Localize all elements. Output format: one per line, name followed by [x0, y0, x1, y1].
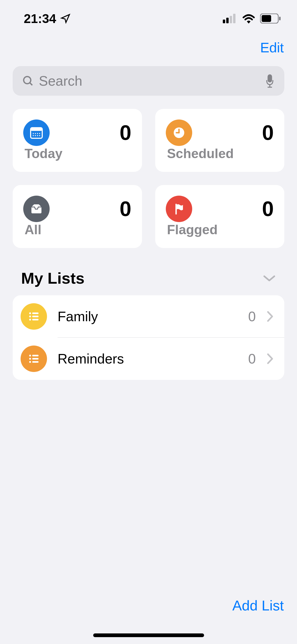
clock-icon [166, 119, 192, 146]
svg-point-35 [29, 361, 31, 363]
svg-point-33 [29, 358, 31, 360]
today-label: Today [23, 146, 131, 161]
lists-container: Family 0 Reminders 0 [13, 295, 284, 380]
chevron-right-icon [266, 353, 274, 365]
list-name: Family [58, 309, 238, 324]
chevron-down-icon [263, 274, 276, 283]
status-time: 21:34 [24, 11, 56, 26]
flagged-count: 0 [262, 197, 274, 221]
add-list-button[interactable]: Add List [232, 597, 284, 614]
svg-rect-9 [268, 75, 271, 82]
search-bar[interactable] [13, 66, 284, 96]
list-name: Reminders [58, 351, 238, 367]
wifi-icon [242, 13, 255, 24]
svg-rect-36 [32, 361, 39, 363]
cellular-icon [223, 14, 237, 23]
svg-point-27 [29, 316, 31, 318]
status-indicators [223, 13, 281, 24]
smart-lists-grid: 0 Today 0 Scheduled 0 [0, 109, 297, 248]
svg-rect-32 [32, 355, 39, 356]
edit-button[interactable]: Edit [260, 40, 284, 56]
svg-point-18 [33, 135, 34, 136]
list-count: 0 [248, 351, 256, 367]
all-label: All [23, 222, 131, 237]
list-item-family[interactable]: Family 0 [13, 295, 284, 338]
svg-rect-26 [32, 312, 39, 314]
today-count: 0 [120, 121, 131, 145]
status-bar: 21:34 [0, 0, 297, 32]
svg-point-16 [37, 133, 38, 134]
flagged-card[interactable]: 0 Flagged [155, 185, 285, 248]
svg-rect-34 [32, 358, 39, 360]
search-icon [22, 75, 34, 87]
svg-rect-13 [31, 128, 42, 131]
scheduled-card[interactable]: 0 Scheduled [155, 109, 285, 172]
svg-line-8 [30, 83, 32, 85]
mic-icon[interactable] [265, 74, 275, 88]
today-card[interactable]: 0 Today [13, 109, 142, 172]
svg-rect-5 [262, 15, 271, 22]
svg-rect-2 [230, 16, 232, 23]
svg-point-31 [29, 355, 31, 357]
inbox-icon [23, 196, 50, 222]
svg-rect-0 [223, 20, 225, 23]
svg-point-15 [35, 133, 36, 134]
svg-rect-30 [32, 319, 39, 320]
svg-rect-6 [279, 17, 281, 20]
calendar-icon [23, 119, 50, 146]
svg-point-14 [33, 133, 34, 134]
top-nav: Edit [0, 32, 297, 66]
svg-point-25 [29, 312, 31, 314]
svg-point-29 [29, 319, 31, 321]
bottom-bar: Add List [232, 597, 284, 614]
svg-rect-3 [233, 14, 235, 23]
svg-point-17 [39, 133, 40, 134]
svg-rect-1 [226, 18, 229, 23]
my-lists-title: My Lists [21, 269, 84, 287]
my-lists-header[interactable]: My Lists [0, 269, 297, 295]
status-time-container: 21:34 [24, 11, 71, 26]
search-input[interactable] [39, 73, 260, 89]
list-item-reminders[interactable]: Reminders 0 [13, 338, 284, 380]
scheduled-count: 0 [262, 121, 274, 145]
flag-icon [166, 196, 192, 222]
list-bullets-icon [21, 303, 47, 330]
svg-point-19 [35, 135, 36, 136]
list-count: 0 [248, 309, 256, 324]
flagged-label: Flagged [166, 222, 274, 237]
all-count: 0 [120, 197, 131, 221]
battery-icon [260, 13, 281, 24]
location-icon [60, 13, 71, 24]
list-bullets-icon [21, 346, 47, 372]
all-card[interactable]: 0 All [13, 185, 142, 248]
home-indicator[interactable] [93, 633, 204, 637]
chevron-right-icon [266, 310, 274, 323]
svg-point-7 [24, 77, 31, 84]
svg-point-20 [37, 135, 38, 136]
scheduled-label: Scheduled [166, 146, 274, 161]
svg-rect-28 [32, 316, 39, 317]
svg-point-21 [39, 135, 40, 136]
